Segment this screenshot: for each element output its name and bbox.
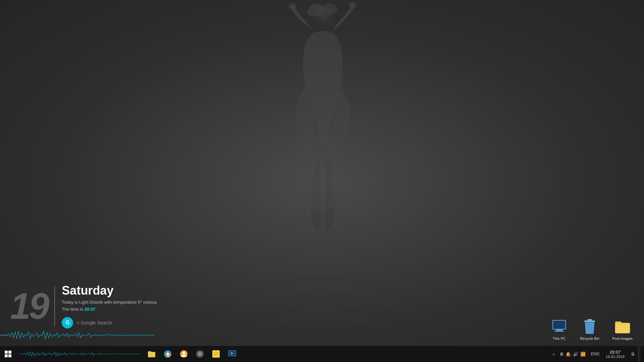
search-container[interactable]: G > Google Search bbox=[62, 317, 158, 328]
desktop-icons: This PC Recycle Bin bbox=[550, 317, 634, 342]
svg-line-12 bbox=[587, 324, 588, 333]
day-number: 19 bbox=[10, 288, 48, 324]
tray-icon-volume[interactable]: 🔊 bbox=[573, 352, 578, 357]
desktop-icon-this-pc[interactable]: This PC bbox=[550, 317, 569, 342]
taskbar-app-settings[interactable] bbox=[192, 346, 208, 362]
chrome-icon bbox=[164, 350, 172, 358]
figure-silhouette bbox=[255, 0, 389, 235]
media-app-icon bbox=[228, 350, 236, 358]
svg-rect-8 bbox=[556, 329, 562, 331]
desktop-icon-recycle-bin[interactable]: Recycle Bin bbox=[579, 317, 601, 342]
weather-text: Today is Light Drizzle with temperature … bbox=[62, 300, 158, 305]
tray-expand-button[interactable]: ∧ bbox=[551, 351, 556, 357]
settings-app-icon bbox=[196, 350, 204, 358]
tray-icon-b[interactable]: B bbox=[560, 352, 563, 357]
search-text[interactable]: > Google Search bbox=[76, 320, 112, 325]
svg-point-22 bbox=[199, 353, 201, 355]
recycle-bin-label: Recycle Bin bbox=[580, 337, 599, 341]
svg-rect-11 bbox=[587, 319, 592, 321]
taskbar-app-sticky-notes[interactable] bbox=[208, 346, 224, 362]
time-label: The time is bbox=[62, 307, 84, 312]
svg-rect-9 bbox=[554, 331, 564, 332]
recycle-bin-icon bbox=[582, 318, 598, 335]
tray-icon-notification[interactable]: 🔔 bbox=[566, 352, 571, 357]
win-logo-sq-1 bbox=[5, 351, 8, 354]
waveform-container bbox=[0, 328, 154, 342]
user-app-icon bbox=[180, 350, 188, 358]
taskbar-apps bbox=[144, 346, 240, 362]
time-value: 20:07 bbox=[85, 307, 96, 312]
tray-language[interactable]: ENG bbox=[590, 352, 601, 356]
taskbar-wave-svg bbox=[19, 349, 141, 359]
google-button[interactable]: G bbox=[62, 317, 73, 328]
post-images-icon bbox=[614, 318, 631, 335]
taskbar-waveform bbox=[16, 346, 144, 362]
taskbar-app-media[interactable] bbox=[224, 346, 240, 362]
desktop: 19 Saturday Today is Light Drizzle with … bbox=[0, 0, 644, 362]
date-widget: 19 Saturday Today is Light Drizzle with … bbox=[10, 284, 158, 328]
svg-point-3 bbox=[288, 3, 297, 9]
start-button[interactable] bbox=[0, 346, 16, 362]
svg-point-17 bbox=[167, 353, 169, 355]
taskbar-app-user[interactable] bbox=[176, 346, 192, 362]
taskbar-left bbox=[0, 346, 240, 362]
show-desktop-button[interactable] bbox=[638, 346, 641, 362]
sticky-notes-icon bbox=[212, 350, 220, 358]
waveform-svg bbox=[0, 328, 154, 342]
svg-point-4 bbox=[349, 2, 356, 8]
taskbar-app-file-explorer[interactable] bbox=[144, 346, 160, 362]
date-divider bbox=[54, 286, 55, 326]
this-pc-icon bbox=[551, 318, 567, 335]
system-tray: ∧ B 🔔 🔊 📶 ENG 20:07 19-01-2019 🖥 bbox=[551, 346, 644, 362]
date-info: Saturday Today is Light Drizzle with tem… bbox=[62, 284, 158, 328]
win-logo-sq-4 bbox=[8, 354, 11, 357]
tray-icon-action-center[interactable]: 🖥 bbox=[629, 351, 637, 357]
taskbar: ∧ B 🔔 🔊 📶 ENG 20:07 19-01-2019 🖥 bbox=[0, 346, 644, 362]
tray-icon-network[interactable]: 📶 bbox=[580, 352, 586, 357]
day-name: Saturday bbox=[62, 284, 158, 298]
desktop-icon-post-images[interactable]: Post images bbox=[611, 317, 634, 342]
win-logo-sq-3 bbox=[5, 354, 8, 357]
clock-date: 19-01-2019 bbox=[606, 355, 625, 359]
post-images-label: Post images bbox=[612, 337, 633, 341]
taskbar-app-chrome[interactable] bbox=[160, 346, 176, 362]
svg-line-14 bbox=[592, 324, 592, 333]
clock-area[interactable]: 20:07 19-01-2019 bbox=[602, 350, 628, 359]
clock-time: 20:07 bbox=[610, 350, 621, 355]
tray-icons: B 🔔 🔊 📶 bbox=[557, 352, 588, 357]
this-pc-label: This PC bbox=[553, 337, 566, 341]
svg-rect-7 bbox=[553, 321, 565, 329]
time-text: The time is 20:07 bbox=[62, 307, 158, 312]
windows-logo bbox=[5, 351, 11, 357]
svg-point-19 bbox=[182, 352, 185, 354]
figure-silhouette-container bbox=[255, 0, 389, 235]
win-logo-sq-2 bbox=[8, 351, 11, 354]
file-explorer-icon bbox=[148, 350, 156, 358]
